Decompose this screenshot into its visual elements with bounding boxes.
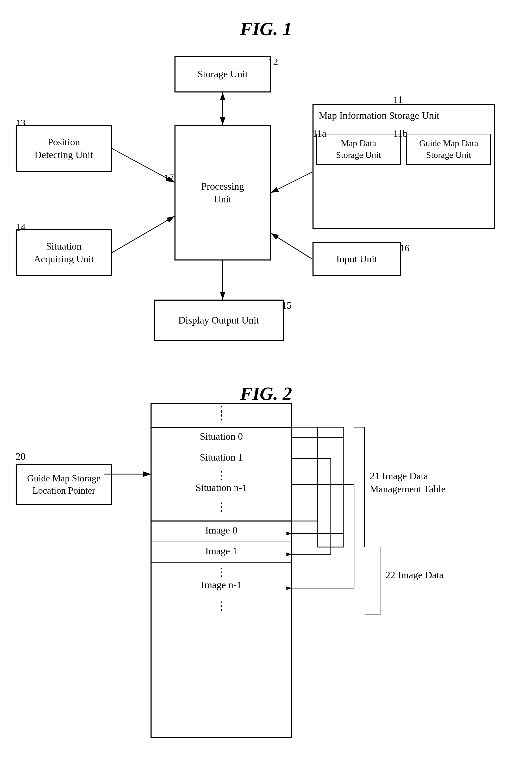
svg-text:Image 0: Image 0 (205, 525, 237, 536)
svg-text:⋮: ⋮ (216, 501, 227, 513)
display-output-unit-box: Display Output Unit (154, 299, 284, 341)
svg-text:⋮: ⋮ (216, 469, 227, 482)
svg-rect-28 (292, 427, 318, 521)
svg-text:21 Image Data: 21 Image Data (370, 471, 428, 482)
svg-text:Situation 1: Situation 1 (200, 452, 243, 463)
svg-text:⋮: ⋮ (216, 566, 227, 578)
fig2-container: FIG. 2 20 Guide Map Storage Location Poi… (0, 380, 532, 758)
svg-text:Management Table: Management Table (370, 484, 446, 495)
svg-text:22 Image Data: 22 Image Data (385, 570, 444, 580)
ref-11: 11 (393, 94, 403, 105)
processing-unit-box: Processing Unit (174, 125, 271, 260)
ref-12: 12 (268, 56, 278, 67)
storage-unit-box: Storage Unit (174, 56, 271, 92)
ref-17: 17 (164, 172, 174, 183)
svg-text:Image 1: Image 1 (205, 546, 237, 557)
map-info-storage-unit-box: Map Information Storage Unit Map Data St… (312, 104, 495, 229)
map-data-storage-unit-box: Map Data Storage Unit (316, 134, 401, 164)
svg-line-4 (112, 216, 174, 253)
guide-map-pointer-box: Guide Map Storage Location Pointer (16, 464, 112, 505)
fig1-container: FIG. 1 Storage Unit Processing Unit Disp… (0, 16, 532, 380)
map-info-label: Map Information Storage Unit (316, 108, 491, 123)
svg-line-5 (271, 172, 312, 193)
position-detecting-unit-box: Position Detecting Unit (16, 125, 112, 172)
svg-text:Situation n-1: Situation n-1 (196, 482, 247, 493)
fig2-diagram: ⋮ Situation 0 Situation 1 ⋮ Situation n-… (104, 401, 495, 753)
ref-11a: 11a (312, 128, 326, 139)
guide-map-data-storage-unit-box: Guide Map Data Storage Unit (406, 134, 491, 164)
situation-acquiring-unit-box: Situation Acquiring Unit (16, 229, 112, 276)
svg-text:⋮: ⋮ (216, 404, 227, 417)
svg-text:⋮: ⋮ (216, 599, 227, 612)
ref-14: 14 (16, 221, 26, 233)
ref-15: 15 (282, 299, 292, 311)
fig1-title: FIG. 1 (0, 16, 532, 40)
svg-text:Image n-1: Image n-1 (201, 579, 241, 590)
ref-11b: 11b (393, 128, 408, 139)
ref-16: 16 (400, 242, 410, 254)
ref-13: 13 (16, 117, 26, 129)
svg-text:Situation 0: Situation 0 (200, 431, 243, 442)
input-unit-box: Input Unit (312, 242, 401, 276)
svg-line-6 (271, 233, 312, 259)
ref-20: 20 (16, 451, 26, 462)
